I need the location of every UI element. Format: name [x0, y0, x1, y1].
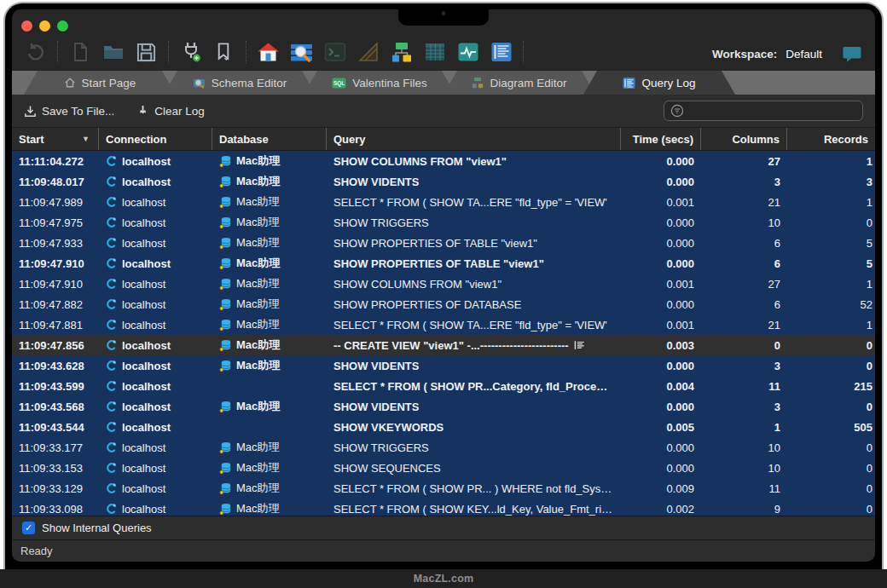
report-list-icon[interactable] — [490, 41, 513, 64]
table-row[interactable]: 11:09:47.910 localhost Mac助理 — [12, 253, 875, 274]
macbook-frame: Workspace: Default Start Page — [0, 0, 887, 588]
tab-diagram-editor[interactable]: Diagram Editor — [444, 71, 595, 95]
database-cylinder-icon — [219, 441, 232, 454]
column-header-columns[interactable]: Columns — [701, 128, 787, 150]
table-row[interactable]: 11:09:43.568 localhost Mac助理 — [12, 396, 875, 417]
cell-records: 0 — [787, 360, 875, 372]
connection-swirl-icon — [106, 298, 118, 310]
database-cylinder-icon — [219, 216, 232, 229]
show-internal-queries-checkbox[interactable]: ✓ — [22, 522, 35, 534]
table-row[interactable]: 11:09:33.177 localhost Mac助理 — [12, 437, 875, 458]
open-folder-icon[interactable] — [101, 41, 125, 64]
cell-time: 0.000 — [621, 360, 701, 372]
undo-icon[interactable] — [24, 41, 47, 64]
column-header-database[interactable]: Database — [212, 128, 327, 150]
query-text: SHOW VIDENTS — [333, 176, 419, 188]
save-icon[interactable] — [135, 41, 158, 64]
feedback-bubble-icon[interactable] — [843, 46, 861, 62]
new-document-icon[interactable] — [68, 41, 91, 64]
cell-database: Mac助理 — [212, 460, 327, 476]
database-cylinder-icon — [219, 319, 232, 331]
cell-query: SHOW PROPERTIES OF TABLE "view1" — [327, 237, 621, 250]
clear-log-label: Clear Log — [154, 105, 205, 118]
zoom-button[interactable] — [57, 20, 68, 32]
cell-database: Mac助理 — [212, 297, 327, 312]
table-row[interactable]: 11:09:33.098 localhost Mac助理 — [12, 499, 875, 516]
table-row[interactable]: 11:09:43.544 localhost SHO — [12, 417, 875, 437]
tab-valentina-files[interactable]: SQL Valentina Files — [304, 71, 455, 95]
table-row[interactable]: 11:11:04.272 localhost Mac助理 — [12, 151, 875, 171]
query-text: SELECT * FROM ( SHOW PR... ) WHERE not f… — [333, 482, 614, 495]
cell-connection: localhost — [99, 237, 212, 250]
column-header-records[interactable]: Records — [787, 128, 875, 150]
minimize-button[interactable] — [39, 20, 50, 32]
clear-log-button[interactable]: Clear Log — [136, 105, 205, 118]
query-text: SHOW VIDENTS — [333, 401, 419, 413]
cell-database: Mac助理 — [212, 174, 327, 189]
magnifier-icon — [193, 77, 206, 89]
monitor-pulse-icon[interactable] — [456, 41, 479, 64]
cell-records: 0 — [787, 503, 875, 516]
show-internal-queries-label: Show Internal Queries — [42, 522, 152, 534]
home-icon[interactable] — [257, 41, 280, 64]
table-row[interactable]: 11:09:43.628 localhost Mac助理 — [12, 355, 875, 376]
connection-swirl-icon — [106, 196, 118, 208]
table-row[interactable]: 11:09:33.153 localhost Mac助理 — [12, 458, 875, 478]
database-cylinder-icon — [219, 155, 232, 168]
table-row[interactable]: 11:09:47.975 localhost Mac助理 — [12, 212, 875, 233]
table-row[interactable]: 11:09:48.017 localhost Mac助理 — [12, 171, 875, 192]
schema-editor-icon[interactable] — [290, 41, 313, 64]
tab-schema-editor[interactable]: Schema Editor — [164, 71, 316, 95]
connection-name: localhost — [122, 441, 165, 454]
table-row[interactable]: 11:09:47.933 localhost Mac助理 — [12, 233, 875, 253]
sql-badge-icon: SQL — [332, 78, 346, 89]
workspace-value[interactable]: Default — [786, 48, 822, 61]
table-row[interactable]: 11:09:47.989 localhost Mac助理 — [12, 192, 875, 212]
table-header: Start ▼ Connection Database Query Time (… — [12, 127, 875, 151]
tab-label: Schema Editor — [212, 77, 287, 89]
table-row[interactable]: 11:09:47.881 localhost Mac助理 — [12, 314, 875, 335]
table-row[interactable]: 11:09:33.129 localhost Mac助理 — [12, 478, 875, 499]
cell-time: 0.001 — [621, 196, 701, 209]
connection-swirl-icon — [106, 339, 118, 351]
query-text: SELECT * FROM ( SHOW TA...ERE "fld_type"… — [333, 196, 607, 209]
table-row[interactable]: 11:09:43.599 localhost SEL — [12, 376, 875, 396]
tab-label: Query Log — [641, 77, 695, 89]
cell-start: 11:09:47.856 — [12, 339, 99, 352]
database-name: Mac助理 — [236, 276, 280, 291]
clear-log-brush-icon — [136, 105, 149, 118]
database-cylinder-icon — [219, 196, 232, 209]
cell-connection: localhost — [99, 421, 212, 434]
connect-plug-icon[interactable] — [179, 41, 202, 64]
cell-start: 11:09:33.177 — [12, 441, 99, 454]
column-header-connection[interactable]: Connection — [99, 128, 212, 150]
terminal-icon[interactable] — [323, 41, 346, 64]
cell-connection: localhost — [99, 503, 212, 516]
diagram-ruler-icon[interactable] — [357, 41, 380, 64]
tab-label: Valentina Files — [352, 77, 427, 89]
save-to-file-button[interactable]: Save To File... — [24, 105, 114, 118]
table-row[interactable]: 11:09:47.910 localhost Mac助理 — [12, 274, 875, 294]
column-header-time[interactable]: Time (secs) — [621, 128, 701, 150]
cell-query: SHOW COLUMNS FROM "view1" — [327, 278, 621, 291]
column-header-start[interactable]: Start ▼ — [12, 128, 99, 150]
tab-start-page[interactable]: Start Page — [24, 71, 176, 95]
cell-columns: 6 — [701, 298, 787, 311]
cell-records: 0 — [787, 441, 875, 454]
cell-query: SELECT * FROM ( SHOW KEY...ld_Key, Value… — [327, 503, 621, 516]
table-grid-icon[interactable] — [423, 41, 446, 64]
tab-query-log[interactable]: Query Log — [583, 71, 735, 95]
bookmark-icon[interactable] — [212, 41, 235, 64]
app-window: Workspace: Default Start Page — [12, 9, 875, 562]
search-input[interactable] — [664, 101, 863, 121]
connection-swirl-icon — [106, 237, 118, 249]
table-row[interactable]: 11:09:47.856 localhost Mac助理 — [12, 335, 875, 355]
cell-time: 0.000 — [621, 237, 701, 250]
close-button[interactable] — [21, 20, 32, 32]
database-name: Mac助理 — [236, 235, 280, 251]
column-header-query[interactable]: Query — [327, 128, 621, 150]
cell-connection: localhost — [99, 278, 212, 291]
cell-query: SELECT * FROM ( SHOW PR...Category, fld_… — [327, 380, 621, 393]
diagram-blocks-icon[interactable] — [390, 41, 413, 64]
table-row[interactable]: 11:09:47.882 localhost Mac助理 — [12, 294, 875, 314]
